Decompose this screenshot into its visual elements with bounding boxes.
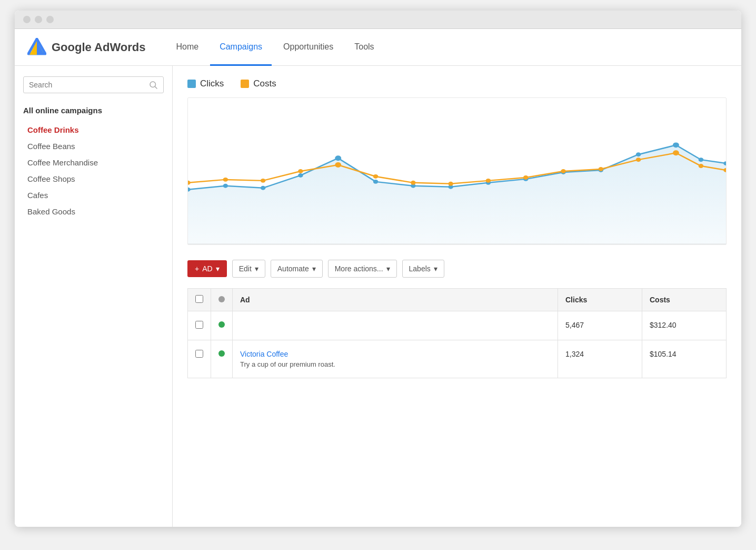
- window-chrome: [15, 11, 741, 29]
- row2-ad-desc: Try a cup of our premium roast.: [240, 360, 550, 368]
- window-close-btn[interactable]: [23, 16, 31, 23]
- more-actions-button[interactable]: More actions... ▾: [328, 260, 397, 278]
- nav-opportunities[interactable]: Opportunities: [274, 30, 343, 66]
- nav-campaigns[interactable]: Campaigns: [210, 30, 272, 66]
- svg-point-27: [298, 169, 303, 173]
- window-maximize-btn[interactable]: [46, 16, 54, 23]
- svg-line-6: [155, 86, 157, 89]
- svg-point-32: [486, 179, 491, 183]
- sidebar: All online campaigns Coffee Drinks Coffe…: [15, 66, 173, 527]
- table-header-row: Ad Clicks Costs: [188, 289, 727, 311]
- svg-marker-7: [188, 145, 726, 244]
- svg-point-12: [335, 155, 341, 161]
- svg-point-26: [261, 179, 266, 183]
- window-minimize-btn[interactable]: [35, 16, 42, 23]
- table-header-ad: Ad: [233, 289, 558, 311]
- row2-checkbox[interactable]: [195, 350, 203, 358]
- automate-label: Automate: [277, 264, 309, 273]
- svg-point-13: [373, 180, 379, 184]
- add-ad-label: AD: [202, 264, 212, 273]
- costs-legend-label: Costs: [253, 78, 276, 89]
- nav-home[interactable]: Home: [166, 30, 208, 66]
- clicks-legend-color: [187, 80, 196, 88]
- add-ad-dropdown-icon: ▾: [216, 264, 220, 273]
- sidebar-section-title: All online campaigns: [23, 106, 164, 115]
- clicks-legend-label: Clicks: [200, 78, 224, 89]
- search-icon: [148, 80, 158, 90]
- nav-bar: Home Campaigns Opportunities Tools: [166, 29, 383, 65]
- row1-costs: $312.40: [642, 311, 727, 340]
- table-header-clicks: Clicks: [558, 289, 642, 311]
- add-ad-button[interactable]: + AD ▾: [187, 260, 227, 277]
- labels-button[interactable]: Labels ▾: [402, 260, 444, 278]
- row2-checkbox-cell: [188, 340, 211, 378]
- select-all-checkbox[interactable]: [195, 295, 203, 303]
- sidebar-item-baked-goods[interactable]: Baked Goods: [23, 204, 164, 219]
- legend-clicks: Clicks: [187, 78, 224, 89]
- edit-dropdown-icon: ▾: [255, 264, 258, 273]
- svg-point-36: [636, 158, 641, 162]
- chart-svg: [188, 98, 726, 244]
- row1-checkbox-cell: [188, 311, 211, 340]
- svg-point-25: [223, 178, 228, 182]
- svg-point-38: [699, 164, 704, 168]
- row2-costs: $105.14: [642, 340, 727, 378]
- logo-text: Google AdWords: [52, 41, 145, 54]
- row1-status-dot: [218, 321, 225, 328]
- labels-label: Labels: [409, 264, 431, 273]
- svg-point-29: [373, 174, 379, 179]
- table-header-status-col: [211, 289, 233, 311]
- ads-table: Ad Clicks Costs: [187, 288, 727, 378]
- table-row: 5,467 $312.40: [188, 311, 727, 340]
- logo-icon: [27, 38, 46, 57]
- search-input[interactable]: [29, 81, 148, 89]
- main-window: Google AdWords Home Campaigns Opportunit…: [15, 11, 741, 527]
- header-status-dot: [218, 296, 225, 302]
- edit-label: Edit: [239, 264, 252, 273]
- svg-point-22: [699, 158, 704, 162]
- legend-costs: Costs: [241, 78, 276, 89]
- table-header-costs: Costs: [642, 289, 727, 311]
- svg-point-34: [561, 169, 566, 173]
- more-actions-dropdown-icon: ▾: [386, 264, 390, 273]
- svg-point-33: [523, 175, 529, 180]
- svg-point-30: [411, 181, 416, 185]
- logo-area: Google AdWords: [27, 38, 145, 57]
- sidebar-item-coffee-shops[interactable]: Coffee Shops: [23, 171, 164, 186]
- svg-point-28: [335, 162, 341, 168]
- svg-point-37: [673, 150, 679, 155]
- svg-point-9: [223, 184, 228, 188]
- svg-point-11: [298, 173, 303, 178]
- add-icon: +: [195, 264, 199, 273]
- svg-point-31: [448, 182, 453, 186]
- nav-tools[interactable]: Tools: [345, 30, 383, 66]
- automate-button[interactable]: Automate ▾: [271, 260, 323, 278]
- row1-checkbox[interactable]: [195, 321, 203, 329]
- table-header-checkbox-col: [188, 289, 211, 311]
- edit-button[interactable]: Edit ▾: [232, 260, 265, 278]
- svg-point-20: [636, 152, 641, 156]
- row2-ad-link[interactable]: Victoria Coffee: [240, 350, 288, 358]
- svg-point-35: [599, 167, 604, 171]
- svg-point-10: [261, 186, 266, 190]
- sidebar-item-cafes[interactable]: Cafes: [23, 188, 164, 203]
- table-row: Victoria Coffee Try a cup of our premium…: [188, 340, 727, 378]
- search-box[interactable]: [23, 76, 164, 93]
- svg-point-21: [673, 142, 679, 148]
- chart-legend: Clicks Costs: [187, 78, 727, 89]
- svg-point-24: [188, 181, 191, 185]
- row2-status-dot: [218, 350, 225, 357]
- toolbar: + AD ▾ Edit ▾ Automate ▾ More actions...…: [187, 260, 727, 278]
- row1-ad-cell: [233, 311, 558, 340]
- main-panel: Clicks Costs: [173, 66, 741, 527]
- sidebar-item-coffee-drinks[interactable]: Coffee Drinks: [23, 122, 164, 138]
- more-actions-label: More actions...: [335, 264, 383, 273]
- labels-dropdown-icon: ▾: [434, 264, 437, 273]
- sidebar-item-coffee-beans[interactable]: Coffee Beans: [23, 139, 164, 154]
- row2-ad-cell: Victoria Coffee Try a cup of our premium…: [233, 340, 558, 378]
- sidebar-item-coffee-merchandise[interactable]: Coffee Merchandise: [23, 155, 164, 170]
- chart-container: [187, 97, 727, 245]
- automate-dropdown-icon: ▾: [312, 264, 316, 273]
- svg-point-5: [150, 82, 156, 87]
- content-area: All online campaigns Coffee Drinks Coffe…: [15, 66, 741, 527]
